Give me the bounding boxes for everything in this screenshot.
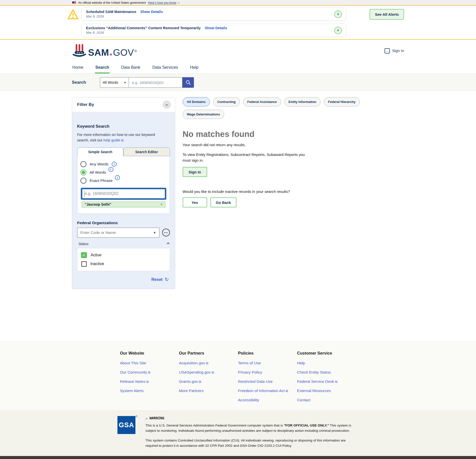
sign-in-link[interactable]: ← Sign In — [385, 48, 404, 53]
alert-close-button[interactable]: × — [334, 27, 342, 34]
footer-link-federal-service-desk[interactable]: Federal Service Desk⧉ — [297, 379, 356, 384]
tab-simple-search[interactable]: Simple Search — [77, 147, 124, 156]
pill-entity-information[interactable]: Entity Information — [284, 97, 321, 106]
footer-link-contact[interactable]: Contact — [297, 398, 356, 402]
footer-link-label: Freedom of Information Act — [238, 389, 285, 393]
pill-federal-assistance[interactable]: Federal Assistance — [243, 97, 281, 106]
radio-all-words[interactable] — [80, 169, 86, 175]
main-nav: Home Search Data Bank Data Services Help — [0, 62, 476, 74]
info-icon[interactable]: i — [108, 167, 113, 172]
chip-remove-icon[interactable]: × — [160, 202, 162, 206]
external-link-icon: ⧉ — [286, 389, 288, 393]
sign-in-arrow-icon: ← — [385, 48, 390, 53]
radio-exact-phrase[interactable] — [80, 178, 86, 184]
footer-link-label: Help — [297, 361, 305, 365]
logo-star-icon: ★ — [109, 52, 113, 57]
warning-block: ⚠ WARNING This is a U.S. General Service… — [145, 416, 359, 449]
alert-item: Scheduled SAM Maintenance Show Details M… — [81, 7, 346, 21]
site-header: ★ ★ ★ SAM★GOV® ← Sign In — [0, 40, 476, 62]
dropdown-arrow-icon: ▼ — [153, 231, 156, 234]
reset-icon[interactable]: ↻ — [165, 277, 169, 282]
footer-link-label: Release Notes — [120, 379, 145, 384]
nav-item-help[interactable]: Help — [189, 62, 199, 73]
keyword-input[interactable]: e.g. 1606N020Q02 — [82, 189, 165, 199]
info-icon[interactable]: i — [115, 175, 120, 180]
footer-link-more-partners[interactable]: More Partners — [179, 389, 238, 393]
search-mode-select[interactable]: All Words ▼ — [100, 77, 129, 88]
search-submit-button[interactable] — [182, 77, 194, 88]
footer-link-check-entity-status[interactable]: Check Entity Status — [297, 370, 356, 375]
chevron-up-icon[interactable] — [167, 242, 169, 245]
alert-date: Mar 6, 2026 — [86, 31, 331, 34]
sam-gov-logo[interactable]: ★ ★ ★ SAM★GOV® — [72, 43, 137, 58]
footer-link-grants-gov[interactable]: Grants.gov⧉ — [179, 379, 238, 384]
footer-link-label: System Alerts — [120, 389, 144, 393]
dropdown-arrow-icon: ▼ — [124, 81, 126, 84]
show-details-link[interactable]: Show Details — [140, 10, 163, 14]
pill-wage-determinations[interactable]: Wage Determinations — [183, 110, 224, 119]
footer-link-system-alerts[interactable]: System Alerts — [120, 389, 179, 393]
yes-button[interactable]: Yes — [183, 197, 207, 207]
footer-link-label: Check Entity Status — [297, 370, 331, 374]
footer-col-heading: Our Partners — [179, 351, 238, 356]
pill-contracting[interactable]: Contracting — [213, 97, 240, 106]
nav-item-data-bank[interactable]: Data Bank — [121, 62, 141, 73]
alert-title: Exclusions “Additional Comments” Content… — [86, 26, 201, 30]
minus-icon: – — [165, 102, 168, 107]
footer-link-release-notes[interactable]: Release Notes⧉ — [120, 379, 179, 384]
checkbox-active-label: Active — [91, 253, 102, 257]
keyword-search-heading: Keyword Search — [77, 124, 170, 129]
footer-link-restricted-data-use[interactable]: Restricted Data Use — [238, 379, 297, 384]
keyword-chip: "Jasroop Sethi" × — [82, 202, 165, 207]
checkbox-active[interactable]: ✓ — [81, 252, 87, 258]
reset-filters-link[interactable]: Reset — [151, 277, 163, 282]
footer-link-privacy-policy[interactable]: Privacy Policy — [238, 370, 297, 375]
radio-exact-phrase-label: Exact Phrase — [90, 178, 113, 183]
footer-link-help[interactable]: Help — [297, 361, 356, 365]
uncle-sam-hat-icon: ★ ★ ★ — [72, 43, 86, 58]
pill-all-domains[interactable]: All Domains — [183, 97, 210, 106]
info-icon[interactable]: i — [112, 162, 117, 167]
checkbox-inactive[interactable] — [81, 261, 87, 267]
footer-link-about-this-site[interactable]: About This Site — [120, 361, 179, 365]
federal-orgs-select[interactable]: Enter Code or Name ▼ — [77, 228, 159, 238]
chevron-down-icon — [178, 1, 180, 3]
collapse-panel-button[interactable]: – — [163, 100, 171, 109]
footer-link-accessibility[interactable]: Accessibility — [238, 398, 297, 402]
svg-text:★: ★ — [81, 52, 83, 54]
tab-search-editor[interactable]: Search Editor — [123, 147, 170, 156]
how-you-know-link[interactable]: Here’s how you know — [148, 1, 179, 4]
footer-link-usaspending-gov[interactable]: USASpending.gov⧉ — [179, 370, 238, 375]
footer-link-terms-of-use[interactable]: Terms of Use — [238, 361, 297, 365]
radio-any-words[interactable] — [80, 161, 86, 167]
text-caret — [84, 191, 85, 197]
footer-link-label: USASpending.gov — [179, 370, 211, 374]
show-details-link[interactable]: Show Details — [205, 26, 227, 30]
svg-text:★: ★ — [79, 52, 80, 54]
sign-in-button[interactable]: Sign In — [183, 167, 207, 177]
footer-link-label: Our Community — [120, 370, 147, 374]
nav-item-data-services[interactable]: Data Services — [152, 62, 179, 73]
go-back-button[interactable]: Go Back — [210, 197, 237, 207]
alert-title: Scheduled SAM Maintenance — [86, 10, 136, 14]
footer-col-policies: Policies Terms of Use Privacy Policy Res… — [238, 351, 297, 407]
check-icon: ✓ — [82, 253, 85, 257]
see-all-alerts-button[interactable]: See All Alerts — [370, 9, 404, 20]
footer-link-our-community[interactable]: Our Community⧉ — [120, 370, 179, 375]
footer-link-acquisition-gov[interactable]: Acquisition.gov⧉ — [179, 361, 238, 365]
logo-gov-text: GOV — [113, 47, 134, 58]
nav-item-home[interactable]: Home — [72, 62, 84, 73]
warning-paragraph-2: This system contains Controlled Unclassi… — [145, 438, 359, 449]
nav-item-search[interactable]: Search — [95, 62, 110, 73]
help-guide-link[interactable]: help guide⧉ — [103, 138, 123, 142]
alert-close-button[interactable]: × — [334, 10, 342, 18]
footer-link-foia[interactable]: Freedom of Information Act⧉ — [238, 389, 297, 393]
footer-link-external-resources[interactable]: External Resources — [297, 389, 356, 393]
pill-federal-hierarchy[interactable]: Federal Hierarchy — [324, 97, 360, 106]
federal-orgs-more-button[interactable]: ●●● — [162, 229, 170, 236]
warning-title: WARNING — [149, 416, 164, 420]
simple-search-panel: Any Words i All Words i Exact Phrase i e… — [77, 156, 170, 214]
search-label: Search — [72, 80, 86, 85]
footer-link-label: Terms of Use — [238, 361, 261, 365]
top-search-input[interactable] — [129, 77, 182, 88]
